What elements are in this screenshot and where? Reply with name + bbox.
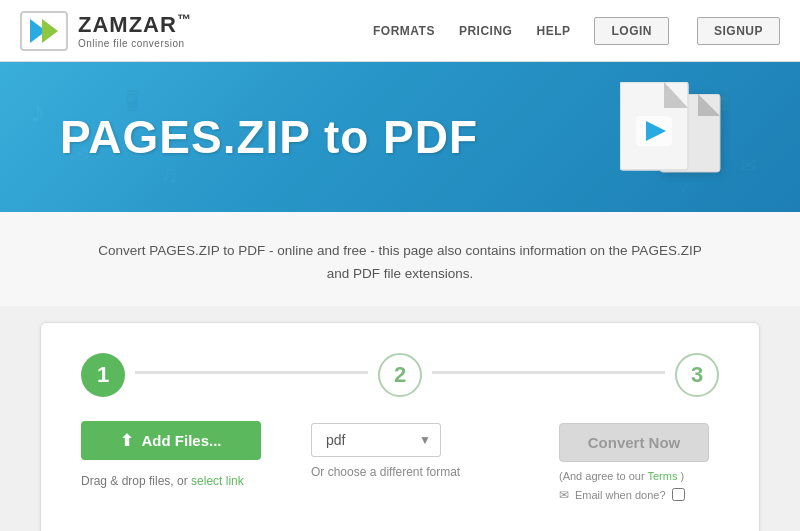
main-card: 1 2 3 ⬆ Add Files... Drag & drop files, … <box>40 322 760 531</box>
email-icon: ✉ <box>559 488 569 502</box>
actions-row: ⬆ Add Files... Drag & drop files, or sel… <box>81 421 719 502</box>
terms-text: (And agree to our Terms ) <box>559 470 684 482</box>
header: ZAMZAR™ Online file conversion FORMATS P… <box>0 0 800 62</box>
select-link[interactable]: select link <box>191 474 244 488</box>
email-row: ✉ Email when done? <box>559 488 685 502</box>
hero-title: PAGES.ZIP to PDF <box>60 110 478 164</box>
file-icon-front <box>620 82 700 177</box>
svg-text:📱: 📱 <box>120 88 145 112</box>
description-text: Convert PAGES.ZIP to PDF - online and fr… <box>90 240 710 286</box>
step-1-circle: 1 <box>81 353 125 397</box>
hero-banner: ♪ ✉ 📱 ♫ 📁 ✉ ♪ PAGES.ZIP to PDF <box>0 62 800 212</box>
nav: FORMATS PRICING HELP LOGIN SIGNUP <box>373 17 780 45</box>
convert-now-button[interactable]: Convert Now <box>559 423 709 462</box>
logo-name: ZAMZAR™ <box>78 12 192 38</box>
signup-button[interactable]: SIGNUP <box>697 17 780 45</box>
nav-pricing[interactable]: PRICING <box>459 24 513 38</box>
logo-tagline: Online file conversion <box>78 38 192 49</box>
steps-row: 1 2 3 <box>81 353 719 397</box>
format-select[interactable]: pdf <box>311 423 441 457</box>
drag-drop-text: Drag & drop files, or select link <box>81 474 244 488</box>
hero-right <box>620 82 740 192</box>
nav-formats[interactable]: FORMATS <box>373 24 435 38</box>
logo-text: ZAMZAR™ Online file conversion <box>78 12 192 49</box>
email-checkbox[interactable] <box>672 488 685 501</box>
step-connector-2 <box>432 371 665 374</box>
add-files-button[interactable]: ⬆ Add Files... <box>81 421 261 460</box>
svg-text:♫: ♫ <box>160 160 178 187</box>
step-3-col: Convert Now (And agree to our Terms ) ✉ … <box>539 421 719 502</box>
svg-text:♪: ♪ <box>30 95 45 128</box>
step-connector-1 <box>135 371 368 374</box>
terms-link[interactable]: Terms <box>647 470 677 482</box>
step-3-circle: 3 <box>675 353 719 397</box>
add-files-label: Add Files... <box>141 432 221 449</box>
logo-icon <box>20 11 68 51</box>
format-select-wrapper: pdf ▼ <box>311 423 441 457</box>
svg-marker-1 <box>42 19 58 43</box>
step-1-col: ⬆ Add Files... Drag & drop files, or sel… <box>81 421 291 488</box>
nav-help[interactable]: HELP <box>536 24 570 38</box>
description-section: Convert PAGES.ZIP to PDF - online and fr… <box>0 212 800 306</box>
logo-box: ZAMZAR™ Online file conversion <box>20 11 373 51</box>
format-hint: Or choose a different format <box>311 465 460 479</box>
step-2-circle: 2 <box>378 353 422 397</box>
svg-text:✉: ✉ <box>740 154 757 176</box>
upload-icon: ⬆ <box>120 431 133 450</box>
email-label: Email when done? <box>575 489 666 501</box>
login-button[interactable]: LOGIN <box>594 17 669 45</box>
step-2-col: pdf ▼ Or choose a different format <box>291 421 539 479</box>
